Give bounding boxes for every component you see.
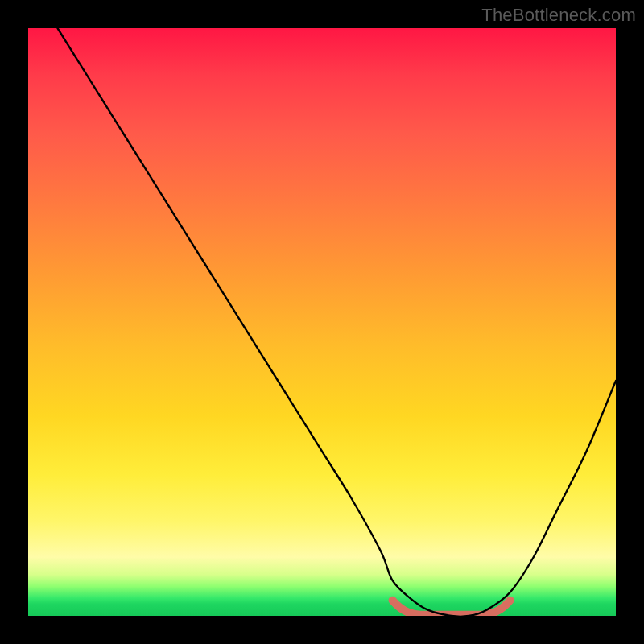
plot-area — [28, 28, 616, 616]
bottleneck-curve-path — [58, 28, 617, 616]
watermark-label: TheBottleneck.com — [481, 5, 636, 26]
curve-svg — [28, 28, 616, 616]
chart-frame: TheBottleneck.com — [0, 0, 644, 644]
